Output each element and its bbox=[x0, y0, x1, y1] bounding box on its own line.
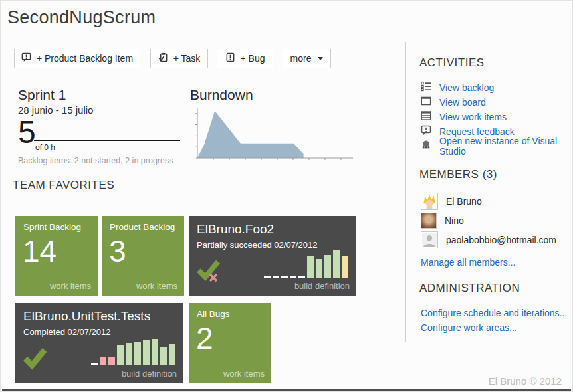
tile-sprint-backlog[interactable]: Sprint Backlog 14 work items bbox=[15, 216, 98, 296]
burndown-title: Burndown bbox=[190, 87, 253, 103]
activity-view-work-items[interactable]: View work items bbox=[421, 111, 507, 123]
tile-caption: work items bbox=[223, 369, 265, 379]
bug-icon bbox=[225, 52, 235, 64]
build-status: Partially succeeded 02/07/2012 bbox=[197, 240, 317, 250]
backlog-icon bbox=[421, 81, 431, 94]
build-history-bars bbox=[91, 339, 175, 365]
button-label: + Bug bbox=[241, 53, 265, 64]
button-label: more bbox=[290, 53, 312, 64]
view-work-items-link[interactable]: View work items bbox=[439, 112, 507, 122]
tile-title: ElBruno.Foo2 bbox=[197, 222, 274, 237]
build-bar bbox=[134, 342, 141, 365]
build-bar bbox=[126, 343, 132, 365]
build-bar bbox=[298, 276, 305, 278]
member-row: Nino bbox=[421, 212, 464, 229]
sprint-capacity-label: of 0 h bbox=[35, 143, 55, 152]
tile-count: 2 bbox=[196, 323, 213, 353]
administration-heading: ADMINISTRATION bbox=[419, 282, 520, 295]
button-label: + Task bbox=[173, 53, 201, 64]
build-bar bbox=[264, 276, 271, 278]
activity-view-board[interactable]: View board bbox=[421, 96, 486, 108]
build-bar bbox=[143, 340, 150, 365]
watermark: El Bruno © 2012 bbox=[489, 375, 562, 387]
activities-heading: ACTIVITIES bbox=[419, 56, 485, 70]
activity-view-backlog[interactable]: View backlog bbox=[421, 82, 494, 94]
member-name: paolabobbio@hotmail.com bbox=[446, 235, 556, 245]
tile-caption: build definition bbox=[122, 369, 177, 379]
feedback-bubble-icon bbox=[421, 125, 431, 138]
build-bar bbox=[307, 256, 314, 278]
burndown-chart bbox=[193, 105, 357, 166]
configure-work-areas-link[interactable]: Configure work areas... bbox=[421, 322, 517, 333]
build-bar bbox=[281, 276, 288, 278]
sprint-remaining-work: 5 bbox=[18, 116, 36, 148]
build-bar bbox=[108, 357, 115, 365]
build-bar bbox=[169, 344, 175, 365]
tile-caption: build definition bbox=[294, 281, 350, 291]
build-bar bbox=[342, 256, 348, 278]
build-bar bbox=[91, 363, 98, 365]
frame-bottom-edge bbox=[2, 389, 571, 391]
build-bar bbox=[290, 276, 296, 278]
tile-product-backlog[interactable]: Product Backlog 3 work items bbox=[102, 216, 184, 296]
capacity-divider bbox=[34, 140, 180, 141]
member-row: paolabobbio@hotmail.com bbox=[421, 231, 556, 248]
tile-title: Product Backlog bbox=[110, 222, 175, 232]
board-icon bbox=[421, 96, 431, 109]
tile-count: 3 bbox=[109, 236, 126, 266]
project-home-page: SecondNugScrum + Product Backlog Item + … bbox=[0, 0, 573, 392]
tile-title: ElBruno.UnitTest.Tests bbox=[23, 309, 150, 324]
page-title: SecondNugScrum bbox=[7, 7, 156, 28]
tile-all-bugs[interactable]: All Bugs 2 work items bbox=[189, 303, 271, 383]
view-backlog-link[interactable]: View backlog bbox=[439, 82, 494, 93]
build-status: Completed 02/07/2012 bbox=[23, 327, 111, 337]
configure-schedule-link[interactable]: Configure schedule and iterations... bbox=[421, 308, 567, 318]
sprint-name: Sprint 1 bbox=[18, 87, 66, 103]
manage-all-members-link[interactable]: Manage all members... bbox=[421, 257, 515, 268]
tile-title: Sprint Backlog bbox=[23, 222, 81, 232]
members-heading: MEMBERS (3) bbox=[419, 168, 497, 181]
button-label: + Product Backlog Item bbox=[37, 53, 133, 64]
tile-count: 14 bbox=[23, 236, 57, 266]
team-favorites-heading: TEAM FAVORITES bbox=[13, 179, 114, 192]
sprint-backlog-summary: Backlog items: 2 not started, 2 in progr… bbox=[18, 156, 173, 165]
task-icon bbox=[158, 52, 168, 64]
member-row: El Bruno bbox=[421, 193, 482, 210]
build-bar bbox=[160, 347, 167, 365]
avatar bbox=[421, 213, 437, 229]
more-button[interactable]: more bbox=[283, 49, 331, 68]
build-bar bbox=[100, 357, 106, 365]
view-board-link[interactable]: View board bbox=[439, 97, 486, 108]
tile-build-elbruno-foo2[interactable]: ElBruno.Foo2 Partially succeeded 02/07/2… bbox=[189, 216, 356, 296]
build-bar bbox=[324, 255, 331, 278]
activity-open-visual-studio[interactable]: Open new instance of Visual Studio bbox=[421, 140, 572, 152]
tile-caption: work items bbox=[136, 281, 177, 291]
build-bar bbox=[273, 276, 279, 278]
member-name: El Bruno bbox=[446, 196, 482, 207]
work-items-icon bbox=[421, 110, 431, 124]
build-bar bbox=[152, 339, 158, 365]
tile-caption: work items bbox=[50, 281, 91, 291]
build-history-bars bbox=[264, 250, 348, 278]
avatar bbox=[421, 193, 438, 210]
partially-succeeded-icon bbox=[197, 260, 221, 285]
open-visual-studio-link[interactable]: Open new instance of Visual Studio bbox=[439, 136, 572, 157]
add-task-button[interactable]: + Task bbox=[150, 49, 208, 68]
burndown-polygon bbox=[197, 111, 304, 158]
product-backlog-item-icon bbox=[21, 52, 31, 64]
vertical-divider bbox=[405, 42, 406, 342]
add-product-backlog-item-button[interactable]: + Product Backlog Item bbox=[14, 49, 140, 68]
build-bar bbox=[117, 345, 124, 365]
tile-title: All Bugs bbox=[197, 309, 230, 319]
build-bar bbox=[316, 259, 322, 278]
member-name: Nino bbox=[445, 215, 464, 226]
avatar bbox=[421, 231, 438, 248]
chevron-down-icon bbox=[318, 57, 323, 60]
add-bug-button[interactable]: + Bug bbox=[217, 49, 273, 68]
succeeded-icon bbox=[23, 347, 47, 373]
build-bar bbox=[333, 250, 340, 278]
visual-studio-icon bbox=[421, 140, 431, 153]
tile-build-elbruno-unittest-tests[interactable]: ElBruno.UnitTest.Tests Completed 02/07/2… bbox=[15, 303, 183, 383]
